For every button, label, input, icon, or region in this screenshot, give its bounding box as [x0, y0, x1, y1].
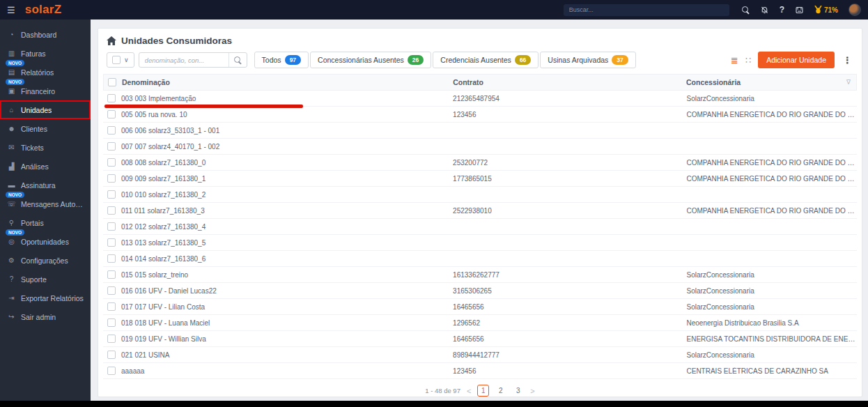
sidebar-item-label: Portais: [21, 219, 44, 227]
filter-tab[interactable]: Concessionárias Ausentes 26: [310, 52, 431, 68]
table-row[interactable]: 016 016 UFV - Daniel Lucas22 3165306265 …: [103, 283, 857, 299]
cell-concessionaria: COMPANHIA ENERGÉTICA DO RIO GRANDE DO NO…: [686, 207, 857, 215]
cell-concessionaria: COMPANHIA ENERGÉTICA DO RIO GRANDE DO NO…: [686, 159, 857, 167]
row-checkbox[interactable]: [107, 270, 116, 279]
row-checkbox[interactable]: [107, 94, 116, 102]
sidebar-item[interactable]: NOVO ? Suporte: [0, 270, 91, 289]
notifications-off-icon[interactable]: [760, 6, 769, 15]
cell-denominacao: 016 016 UFV - Daniel Lucas22: [121, 287, 453, 295]
sidebar-item[interactable]: NOVO ⇥ Exportar Relatórios: [0, 289, 91, 307]
row-checkbox[interactable]: [107, 335, 116, 343]
toolbar: ∨ Todos 97 Concessionárias Ausentes 26 C…: [98, 50, 862, 72]
sidebar-item[interactable]: NOVO ▟ Análises: [0, 157, 91, 176]
table-row[interactable]: 010 010 solarz7_161380_2: [103, 187, 857, 203]
sidebar-item-icon: ☏: [7, 200, 16, 208]
user-avatar[interactable]: [848, 3, 861, 16]
row-checkbox[interactable]: [107, 190, 116, 199]
sidebar-item[interactable]: NOVO ↪ Sair admin: [0, 307, 91, 326]
kebab-menu-icon[interactable]: ⋮: [842, 55, 853, 66]
cell-concessionaria: SolarzConcessionaria: [686, 303, 857, 311]
row-checkbox[interactable]: [107, 174, 116, 183]
row-checkbox[interactable]: [107, 206, 116, 215]
gamification-score[interactable]: 71%: [814, 6, 838, 14]
row-checkbox[interactable]: [107, 351, 116, 359]
filter-tabs: Todos 97 Concessionárias Ausentes 26 Cre…: [254, 52, 636, 68]
table-row[interactable]: 019 019 UFV - Willian Silva 16465656 ENE…: [103, 331, 857, 347]
grid-view-icon[interactable]: ∷: [745, 56, 751, 65]
table-row[interactable]: 018 018 UFV - Luana Maciel 1296562 Neoen…: [103, 315, 857, 331]
brand-logo[interactable]: solarZ: [25, 3, 62, 17]
table-header: Denominação Contrato Concessionária ∇: [103, 74, 857, 91]
search-icon[interactable]: [742, 6, 750, 14]
filter-tab[interactable]: Usinas Arquivadas 37: [540, 52, 635, 68]
chevron-down-icon[interactable]: ∨: [124, 57, 129, 63]
pagination-summary: 1 - 48 de 97: [425, 387, 460, 394]
column-header-denominacao[interactable]: Denominação: [122, 78, 453, 86]
sidebar-item[interactable]: NOVO ⌂ Unidades: [0, 100, 91, 119]
table-row[interactable]: 013 013 solarz7_161380_5: [103, 235, 857, 251]
page-button[interactable]: 1: [477, 385, 489, 397]
save-icon[interactable]: [795, 6, 804, 15]
sidebar-item[interactable]: NOVO ☏ Mensagens Automát...: [0, 194, 91, 213]
sidebar-item-label: Análises: [21, 162, 49, 171]
help-icon[interactable]: ?: [780, 6, 784, 14]
table-row[interactable]: 014 014 solarz7_161380_6: [103, 251, 857, 267]
sidebar-item-label: Unidades: [21, 106, 52, 114]
sidebar-item[interactable]: NOVO ▣ Financeiro: [0, 82, 91, 100]
sidebar-item[interactable]: NOVO ◎ Oportunidades: [0, 232, 91, 251]
header-checkbox[interactable]: [108, 78, 116, 86]
cell-denominacao: 003 003 Implementação: [121, 95, 453, 102]
sidebar-item[interactable]: NOVO ⚙ Configurações: [0, 251, 91, 270]
hamburger-menu-icon[interactable]: ☰: [7, 5, 15, 15]
row-checkbox[interactable]: [107, 318, 116, 327]
row-checkbox[interactable]: [107, 142, 116, 151]
filter-tab[interactable]: Credenciais Ausentes 66: [433, 52, 538, 68]
row-checkbox[interactable]: [107, 367, 116, 375]
row-checkbox[interactable]: [107, 222, 116, 231]
list-view-icon[interactable]: ≣: [731, 56, 738, 65]
sidebar-item[interactable]: NOVO ◔ Dashboard: [0, 25, 91, 44]
table-row[interactable]: 005 005 rua nova. 10 123456 COMPANHIA EN…: [103, 107, 857, 123]
table-row[interactable]: 011 011 solarz7_161380_3 2522938010 COMP…: [103, 203, 857, 219]
page-button[interactable]: 2: [495, 385, 506, 397]
sidebar: NOVO ◔ Dashboard NOVO ▥ Faturas NOVO ▤ R…: [0, 20, 91, 401]
table-row[interactable]: 009 009 solarz7_161380_1 1773865015 COMP…: [103, 171, 857, 187]
row-checkbox[interactable]: [107, 238, 116, 247]
table-row[interactable]: 012 012 solarz7_161380_4: [103, 219, 857, 235]
table-row[interactable]: 015 015 solarz_treino 161336262777 Solar…: [103, 267, 857, 283]
table-search-input[interactable]: [139, 56, 228, 64]
select-all-control[interactable]: ∨: [107, 52, 134, 68]
table-row[interactable]: aaaaaa 123456 CENTRAIS ELÉTRICAS DE CARA…: [103, 363, 857, 379]
table-row[interactable]: 021 021 USINA 898944412777 SolarzConcess…: [103, 347, 857, 363]
filter-funnel-icon[interactable]: ∇: [846, 79, 851, 86]
column-header-contrato[interactable]: Contrato: [453, 78, 686, 86]
table-search-button[interactable]: [228, 53, 247, 67]
page-button[interactable]: 3: [512, 385, 524, 397]
sidebar-item-label: Clientes: [21, 125, 47, 133]
pagination-next-icon[interactable]: >: [530, 387, 534, 395]
row-checkbox[interactable]: [107, 286, 116, 295]
select-all-checkbox[interactable]: [112, 56, 121, 64]
table-row[interactable]: 007 007 solarz4_40170_1 - 002: [103, 139, 857, 155]
row-checkbox[interactable]: [107, 302, 116, 311]
sidebar-item-icon: ▣: [7, 87, 16, 95]
cell-denominacao: 010 010 solarz7_161380_2: [121, 191, 453, 199]
table-row[interactable]: 008 008 solarz7_161380_0 253200772 COMPA…: [103, 155, 857, 171]
sidebar-item[interactable]: NOVO ☻ Clientes: [0, 119, 91, 138]
pagination-prev-icon[interactable]: <: [467, 387, 471, 395]
global-search-input[interactable]: [564, 4, 729, 16]
row-checkbox[interactable]: [107, 110, 116, 118]
column-header-concessionaria[interactable]: Concessionária: [686, 78, 856, 86]
filter-tab[interactable]: Todos 97: [254, 52, 309, 68]
row-checkbox[interactable]: [107, 158, 116, 167]
filter-tab-label: Concessionárias Ausentes: [318, 56, 404, 64]
table-row[interactable]: 017 017 UFV - Lilian Costa 16465656 Sola…: [103, 299, 857, 315]
table-row[interactable]: 006 006 solarz3_53103_1 - 001: [103, 123, 857, 139]
row-checkbox[interactable]: [107, 126, 116, 135]
sidebar-item[interactable]: NOVO ✉ Tickets: [0, 138, 91, 157]
add-unit-button[interactable]: Adicionar Unidade: [758, 52, 835, 68]
table-row[interactable]: 003 003 Implementação 212365487954 Solar…: [103, 91, 857, 107]
sidebar-item-icon: ▬: [7, 181, 16, 189]
cell-denominacao: 006 006 solarz3_53103_1 - 001: [121, 127, 453, 135]
row-checkbox[interactable]: [107, 254, 116, 263]
